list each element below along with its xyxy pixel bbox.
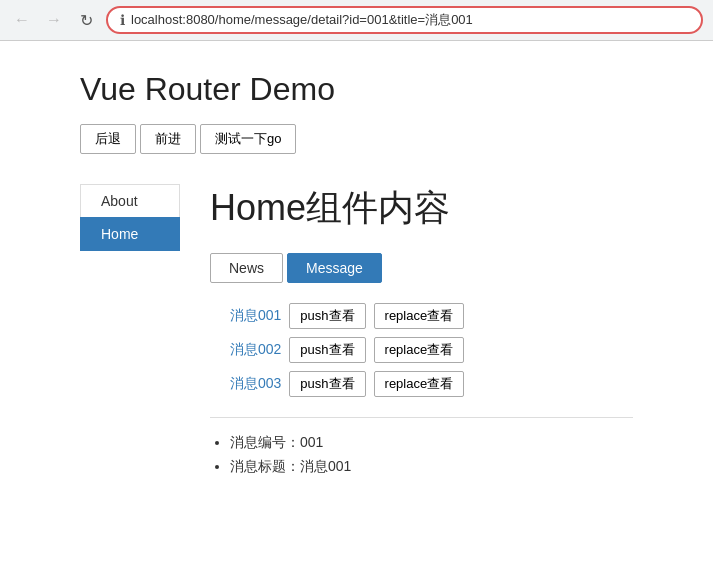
detail-title-label: 消息标题：: [230, 458, 300, 474]
detail-id-label: 消息编号：: [230, 434, 300, 450]
forward-nav-button[interactable]: 前进: [140, 124, 196, 154]
list-item: 消息002 push查看 replace查看: [230, 337, 633, 363]
detail-title-value: 消息001: [300, 458, 351, 474]
component-title: Home组件内容: [210, 184, 633, 233]
page-content: Vue Router Demo 后退 前进 测试一下go About Home …: [0, 41, 713, 512]
detail-id-value: 001: [300, 434, 323, 450]
message-link-3[interactable]: 消息003: [230, 375, 281, 393]
page-title: Vue Router Demo: [80, 71, 633, 108]
message-link-1[interactable]: 消息001: [230, 307, 281, 325]
detail-title: 消息标题：消息001: [230, 458, 633, 476]
replace-btn-2[interactable]: replace查看: [374, 337, 465, 363]
back-button[interactable]: ←: [10, 8, 34, 32]
message-list: 消息001 push查看 replace查看 消息002 push查看 repl…: [210, 303, 633, 397]
sub-tabs: News Message: [210, 253, 633, 283]
detail-divider: [210, 417, 633, 418]
test-go-button[interactable]: 测试一下go: [200, 124, 296, 154]
forward-button[interactable]: →: [42, 8, 66, 32]
replace-btn-1[interactable]: replace查看: [374, 303, 465, 329]
reload-button[interactable]: ↻: [74, 8, 98, 32]
detail-list: 消息编号：001 消息标题：消息001: [210, 434, 633, 476]
message-link-2[interactable]: 消息002: [230, 341, 281, 359]
detail-id: 消息编号：001: [230, 434, 633, 452]
sidebar: About Home: [80, 184, 180, 482]
sidebar-item-about[interactable]: About: [80, 184, 180, 218]
info-icon: ℹ: [120, 12, 125, 28]
app-layout: About Home Home组件内容 News Message 消息001 p…: [80, 184, 633, 482]
push-btn-3[interactable]: push查看: [289, 371, 365, 397]
browser-toolbar: ← → ↻ ℹ localhost:8080/home/message/deta…: [0, 0, 713, 40]
toolbar-buttons: 后退 前进 测试一下go: [80, 124, 633, 154]
list-item: 消息001 push查看 replace查看: [230, 303, 633, 329]
replace-btn-3[interactable]: replace查看: [374, 371, 465, 397]
push-btn-2[interactable]: push查看: [289, 337, 365, 363]
url-text: localhost:8080/home/message/detail?id=00…: [131, 11, 473, 29]
tab-message[interactable]: Message: [287, 253, 382, 283]
browser-chrome: ← → ↻ ℹ localhost:8080/home/message/deta…: [0, 0, 713, 41]
address-bar[interactable]: ℹ localhost:8080/home/message/detail?id=…: [106, 6, 703, 34]
push-btn-1[interactable]: push查看: [289, 303, 365, 329]
tab-news[interactable]: News: [210, 253, 283, 283]
back-nav-button[interactable]: 后退: [80, 124, 136, 154]
sidebar-item-home[interactable]: Home: [80, 217, 180, 251]
list-item: 消息003 push查看 replace查看: [230, 371, 633, 397]
main-area: Home组件内容 News Message 消息001 push查看 repla…: [180, 184, 633, 482]
